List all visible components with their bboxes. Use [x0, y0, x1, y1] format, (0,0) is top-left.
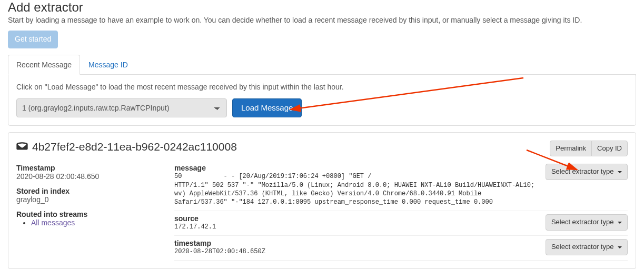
message-id-value: 4b27fef2-e8d2-11ea-b962-0242ac110008	[32, 141, 237, 153]
timestamp-label: Timestamp	[16, 164, 158, 172]
field-name: source	[174, 214, 538, 223]
message-fields: message 50 - - [20/Aug/2019:17:06:24 +08…	[174, 164, 628, 261]
select-extractor-label: Select extractor type	[551, 167, 614, 175]
select-extractor-type-button[interactable]: Select extractor type	[546, 239, 628, 255]
select-extractor-label: Select extractor type	[551, 243, 614, 251]
select-extractor-type-button[interactable]: Select extractor type	[546, 214, 628, 230]
field-name: message	[174, 164, 538, 172]
field-name: timestamp	[174, 239, 538, 247]
message-meta: Timestamp 2020-08-28 02:00:48.650 Stored…	[16, 164, 158, 261]
timestamp-value: 2020-08-28 02:00:48.650	[16, 172, 158, 181]
index-value: graylog_0	[16, 195, 158, 204]
select-extractor-label: Select extractor type	[551, 218, 614, 226]
page-intro: Start by loading a message to have an ex…	[8, 16, 636, 24]
permalink-button[interactable]: Permalink	[550, 141, 592, 156]
index-label: Stored in index	[16, 187, 158, 195]
message-result: 4b27fef2-e8d2-11ea-b962-0242ac110008 Per…	[8, 132, 636, 269]
stream-link[interactable]: All messages	[31, 218, 75, 227]
chevron-down-icon	[618, 246, 622, 248]
input-selector[interactable]: 1 (org.graylog2.inputs.raw.tcp.RawTCPInp…	[16, 98, 227, 117]
envelope-icon	[16, 141, 28, 153]
page-title: Add extractor	[8, 0, 636, 15]
tab-recent-message[interactable]: Recent Message	[8, 55, 80, 75]
message-id-heading: 4b27fef2-e8d2-11ea-b962-0242ac110008	[16, 141, 237, 153]
tab-message-id[interactable]: Message ID	[80, 55, 136, 75]
field-row: source 172.17.42.1 Select extractor type	[174, 211, 628, 236]
field-row: timestamp 2020-08-28T02:00:48.650Z Selec…	[174, 236, 628, 261]
get-started-button[interactable]: Get started	[8, 31, 58, 48]
load-hint: Click on "Load Message" to load the most…	[16, 83, 628, 91]
copy-id-button[interactable]: Copy ID	[591, 141, 628, 156]
field-value: 2020-08-28T02:00:48.650Z	[174, 247, 538, 256]
select-extractor-type-button[interactable]: Select extractor type	[546, 164, 628, 180]
streams-label: Routed into streams	[16, 210, 158, 218]
load-message-button[interactable]: Load Message	[232, 98, 302, 117]
message-header-actions: Permalink Copy ID	[550, 141, 628, 156]
chevron-down-icon	[618, 171, 622, 173]
tabs: Recent Message Message ID	[8, 55, 636, 75]
field-row: message 50 - - [20/Aug/2019:17:06:24 +08…	[174, 164, 628, 211]
chevron-down-icon	[618, 222, 622, 224]
field-value: 50 - - [20/Aug/2019:17:06:24 +0800] "GET…	[174, 172, 538, 206]
tab-content: Click on "Load Message" to load the most…	[8, 74, 636, 126]
field-value: 172.17.42.1	[174, 223, 538, 231]
